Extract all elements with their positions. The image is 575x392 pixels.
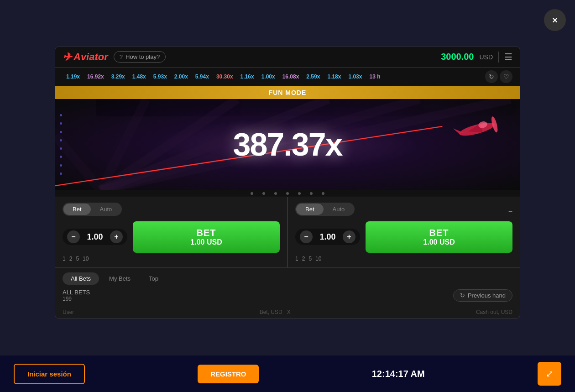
- bets-tabs: All Bets My Bets Top: [63, 268, 512, 285]
- auto-tab-1[interactable]: Auto: [91, 204, 121, 215]
- previous-hand-button[interactable]: ↻ Previous hand: [453, 289, 512, 302]
- dot-indicator: [251, 192, 253, 195]
- bet-panel-2: Bet Auto − − 1.00 + BET 1.00 USD 1 2: [288, 197, 520, 267]
- game-area: 387.37x: [55, 99, 520, 190]
- main-container: ✈ Aviator ? How to play? 3000.00 USD ☰ 1…: [55, 47, 520, 319]
- quick-bet-1[interactable]: 1: [63, 256, 66, 262]
- table-header: User Bet, USD X Cash out, USD: [63, 306, 512, 318]
- multiplier-bar: 1.19x 16.92x 3.29x 1.48x 5.93x 2.00x 5.9…: [55, 68, 520, 86]
- question-icon: ?: [120, 53, 123, 60]
- fun-mode-label: FUN MODE: [269, 89, 307, 96]
- bet-row-1: − 1.00 + BET 1.00 USD: [63, 221, 280, 253]
- time-display: 12:14:17 AM: [372, 369, 425, 379]
- how-to-play-button[interactable]: ? How to play?: [114, 51, 166, 63]
- mult-item[interactable]: 1.19x: [63, 73, 84, 81]
- dot-indicator: [274, 192, 277, 195]
- close-button[interactable]: ×: [544, 9, 566, 31]
- app-logo: ✈ Aviator: [63, 51, 108, 63]
- bet-value-1: 1.00: [84, 232, 106, 242]
- dot-indicator: [298, 192, 301, 195]
- mult-item[interactable]: 5.94x: [192, 73, 213, 81]
- mult-item[interactable]: 3.29x: [108, 73, 129, 81]
- header: ✈ Aviator ? How to play? 3000.00 USD ☰: [55, 47, 520, 68]
- mult-item[interactable]: 5.93x: [150, 73, 171, 81]
- user-col-header: User: [63, 309, 74, 315]
- menu-button[interactable]: ☰: [504, 52, 512, 63]
- cashout-col-header: Cash out, USD: [476, 309, 512, 315]
- fullscreen-button[interactable]: ⤢: [538, 362, 561, 386]
- dot-indicator: [286, 192, 289, 195]
- header-right: 3000.00 USD ☰: [441, 52, 512, 63]
- quick-bet-2[interactable]: 2: [69, 256, 73, 262]
- dot-indicators: [55, 190, 520, 197]
- mult-item[interactable]: 1.03x: [345, 73, 366, 81]
- top-tab[interactable]: Top: [141, 272, 167, 285]
- heart-icon[interactable]: ♡: [500, 70, 512, 83]
- quick-bet-2-5[interactable]: 5: [308, 256, 312, 262]
- history-icon[interactable]: ↻: [485, 70, 498, 83]
- quick-bet-10[interactable]: 10: [83, 256, 89, 262]
- bet-col-header: Bet, USD X: [260, 309, 291, 315]
- quick-bets-1: 1 2 5 10: [63, 256, 280, 262]
- all-bets-count: 199: [63, 296, 90, 302]
- my-bets-tab[interactable]: My Bets: [101, 272, 139, 285]
- all-bets-label: ALL BETS: [63, 289, 90, 296]
- bet-tab-1[interactable]: Bet: [63, 204, 91, 215]
- quick-bet-5[interactable]: 5: [76, 256, 79, 262]
- fun-mode-banner: FUN MODE: [55, 86, 520, 99]
- quick-bets-2: 1 2 5 10: [295, 256, 512, 262]
- bet-row-2: − 1.00 + BET 1.00 USD: [295, 221, 512, 253]
- history-icon: ↻: [460, 292, 465, 299]
- mult-item[interactable]: 1.00x: [258, 73, 279, 81]
- bet-amount-ctrl-2: − 1.00 +: [295, 229, 360, 245]
- mult-controls: ↻ ♡: [485, 70, 512, 83]
- mult-item[interactable]: 13 h: [366, 73, 384, 81]
- bet-button-2[interactable]: BET 1.00 USD: [366, 221, 512, 253]
- bet-tabs-1: Bet Auto: [63, 203, 122, 216]
- balance-currency: USD: [479, 53, 493, 61]
- bet-button-1[interactable]: BET 1.00 USD: [133, 221, 280, 253]
- all-bets-header: ALL BETS 199 ↻ Previous hand: [63, 285, 512, 306]
- bet-button-label-2: BET: [372, 228, 506, 238]
- mult-item[interactable]: 16.08x: [279, 73, 303, 81]
- how-to-play-label: How to play?: [125, 53, 160, 60]
- decrease-btn-1[interactable]: −: [67, 230, 80, 243]
- mult-item[interactable]: 2.59x: [303, 73, 324, 81]
- register-button[interactable]: REGISTRO: [198, 365, 259, 383]
- quick-bet-2-10[interactable]: 10: [315, 256, 321, 262]
- plane-icon: [447, 113, 502, 149]
- dot-indicator: [262, 192, 265, 195]
- dot-indicator: [310, 192, 313, 195]
- quick-bet-2-2[interactable]: 2: [302, 256, 305, 262]
- bet-tabs-2: Bet Auto: [295, 203, 355, 216]
- mult-item[interactable]: 1.18x: [324, 73, 345, 81]
- all-bets-info: ALL BETS 199: [63, 289, 90, 302]
- increase-btn-2[interactable]: +: [343, 230, 355, 243]
- all-bets-tab[interactable]: All Bets: [63, 272, 99, 285]
- bet-button-amount-2: 1.00 USD: [372, 238, 506, 246]
- mult-item[interactable]: 1.16x: [237, 73, 258, 81]
- increase-btn-1[interactable]: +: [110, 230, 123, 243]
- left-dots: [60, 113, 62, 177]
- decrease-btn-2[interactable]: −: [300, 230, 313, 243]
- bet-button-amount-1: 1.00 USD: [139, 238, 273, 246]
- mult-item[interactable]: 2.00x: [171, 73, 192, 81]
- bet-amount-ctrl-1: − 1.00 +: [63, 229, 127, 245]
- balance-amount: 3000.00: [441, 52, 474, 62]
- bet-tab-2[interactable]: Bet: [296, 204, 324, 215]
- mult-item[interactable]: 16.92x: [84, 73, 108, 81]
- login-button[interactable]: Iniciar sesión: [14, 364, 85, 384]
- mult-item[interactable]: 1.48x: [129, 73, 150, 81]
- bet-controls: Bet Auto − 1.00 + BET 1.00 USD 1 2 5 10: [55, 197, 520, 267]
- auto-tab-2[interactable]: Auto: [324, 204, 354, 215]
- bet-button-label-1: BET: [139, 228, 273, 238]
- game-multiplier: 387.37x: [233, 126, 342, 163]
- panel-close-btn[interactable]: −: [508, 208, 512, 216]
- dot-indicator: [322, 192, 324, 195]
- quick-bet-2-1[interactable]: 1: [295, 256, 298, 262]
- previous-hand-label: Previous hand: [468, 292, 506, 299]
- mult-item[interactable]: 30.30x: [213, 73, 237, 81]
- bottom-section: All Bets My Bets Top ALL BETS 199 ↻ Prev…: [55, 267, 520, 318]
- bet-value-2: 1.00: [316, 232, 339, 242]
- bottom-bar: Iniciar sesión REGISTRO 12:14:17 AM ⤢: [0, 355, 575, 392]
